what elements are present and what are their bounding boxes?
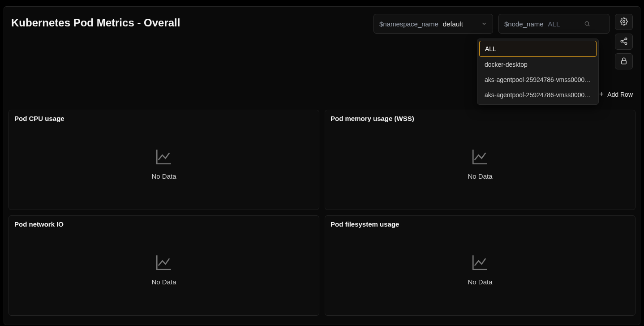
svg-point-4: [621, 40, 623, 42]
line-chart-icon: [471, 147, 489, 166]
line-chart-icon: [471, 253, 489, 272]
svg-line-6: [623, 42, 625, 43]
gear-icon: [620, 17, 628, 27]
svg-point-0: [585, 21, 588, 25]
panel-pod-cpu[interactable]: Pod CPU usage No Data: [9, 110, 319, 210]
panel-pod-memory[interactable]: Pod memory usage (WSS) No Data: [325, 110, 635, 210]
namespace-var-value: default: [443, 20, 463, 28]
node-selector[interactable]: $node_name: [498, 14, 610, 34]
share-button[interactable]: [615, 34, 633, 50]
panel-title: Pod CPU usage: [14, 115, 313, 122]
node-option[interactable]: aks-agentpool-25924786-vmss000001: [479, 87, 597, 103]
namespace-selector[interactable]: $namespace_name default: [374, 14, 493, 34]
svg-point-3: [625, 38, 627, 40]
search-icon: [584, 21, 590, 27]
svg-point-2: [623, 20, 625, 22]
svg-line-7: [623, 39, 625, 40]
node-option[interactable]: ALL: [479, 41, 597, 57]
node-search-input[interactable]: [548, 20, 580, 28]
node-dropdown-popup: ALL docker-desktop aks-agentpool-2592478…: [477, 39, 599, 105]
no-data-label: No Data: [468, 278, 492, 286]
add-row-label: Add Row: [607, 91, 633, 98]
namespace-var-label: $namespace_name: [379, 20, 438, 28]
panel-pod-filesystem[interactable]: Pod filesystem usage No Data: [325, 215, 635, 316]
add-row-button[interactable]: Add Row: [598, 91, 633, 99]
node-var-label: $node_name: [504, 20, 544, 28]
svg-rect-8: [622, 60, 627, 64]
svg-line-1: [588, 25, 589, 26]
settings-button[interactable]: [615, 14, 633, 30]
no-data-label: No Data: [151, 172, 176, 180]
no-data-label: No Data: [151, 278, 176, 286]
lock-icon: [620, 57, 628, 66]
panel-title: Pod network IO: [14, 220, 313, 228]
node-option[interactable]: docker-desktop: [479, 57, 597, 72]
page-title: Kubernetes Pod Metrics - Overall: [11, 17, 180, 29]
line-chart-icon: [155, 253, 173, 272]
svg-point-5: [625, 43, 627, 45]
plus-icon: [598, 91, 605, 99]
panel-title: Pod filesystem usage: [331, 220, 630, 228]
panel-pod-network[interactable]: Pod network IO No Data: [9, 215, 319, 316]
chevron-down-icon: [481, 21, 487, 27]
no-data-label: No Data: [468, 172, 492, 180]
line-chart-icon: [155, 147, 173, 166]
lock-button[interactable]: [615, 53, 633, 69]
panel-title: Pod memory usage (WSS): [331, 115, 630, 122]
share-icon: [620, 37, 628, 47]
node-option[interactable]: aks-agentpool-25924786-vmss000000: [479, 72, 597, 87]
